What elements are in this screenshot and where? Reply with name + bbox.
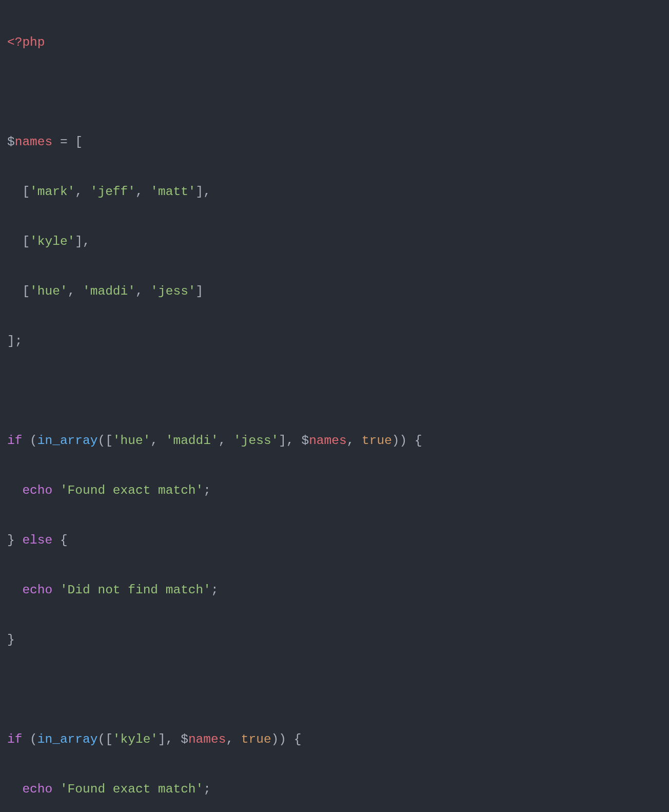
close-paren: ) xyxy=(400,434,407,448)
keyword-echo: echo xyxy=(22,484,52,497)
function-in-array: in_array xyxy=(37,434,98,448)
comma: , xyxy=(68,284,83,298)
string-literal: 'matt' xyxy=(150,185,195,199)
boolean-true: true xyxy=(362,434,392,448)
close-bracket: ] xyxy=(196,185,204,199)
code-line[interactable]: $names = [ xyxy=(7,130,662,155)
keyword-if: if xyxy=(7,732,22,746)
string-literal: 'hue' xyxy=(30,284,68,298)
boolean-true: true xyxy=(241,732,271,746)
indent xyxy=(7,185,22,199)
dollar-sign: $ xyxy=(7,135,15,149)
code-line[interactable] xyxy=(7,678,662,703)
comma: , xyxy=(150,434,165,448)
dollar-sign: $ xyxy=(301,434,309,448)
code-line[interactable]: ['mark', 'jeff', 'matt'], xyxy=(7,180,662,205)
keyword-echo: echo xyxy=(22,583,52,597)
indent xyxy=(7,284,22,298)
close-paren: ) xyxy=(392,434,400,448)
code-line[interactable] xyxy=(7,379,662,404)
space xyxy=(22,434,30,448)
space xyxy=(52,782,60,796)
comma: , xyxy=(135,284,150,298)
code-line[interactable]: ['kyle'], xyxy=(7,229,662,255)
semicolon: ; xyxy=(203,782,211,796)
keyword-else: else xyxy=(15,533,53,547)
dollar-sign: $ xyxy=(181,732,188,746)
open-paren: ( xyxy=(30,732,37,746)
variable-names: names xyxy=(15,135,53,149)
indent xyxy=(7,782,22,796)
string-literal: 'mark' xyxy=(30,185,75,199)
close-bracket: ] xyxy=(75,235,83,248)
code-line[interactable]: echo 'Found exact match'; xyxy=(7,478,662,504)
space xyxy=(52,583,60,597)
indent xyxy=(7,484,22,497)
close-brace: } xyxy=(7,533,15,547)
open-paren: ( xyxy=(30,434,37,448)
comma: , xyxy=(347,434,362,448)
semicolon: ; xyxy=(203,484,211,497)
code-line[interactable]: } xyxy=(7,628,662,653)
string-literal: 'Found exact match' xyxy=(60,782,203,796)
code-line[interactable]: ]; xyxy=(7,329,662,354)
indent xyxy=(7,583,22,597)
close-bracket: ] xyxy=(158,732,166,746)
function-in-array: in_array xyxy=(37,732,98,746)
string-literal: 'Found exact match' xyxy=(60,484,203,497)
space xyxy=(52,484,60,497)
open-bracket: [ xyxy=(75,135,83,149)
open-paren: ( xyxy=(97,732,105,746)
code-editor[interactable]: <?php $names = [ ['mark', 'jeff', 'matt'… xyxy=(7,5,662,812)
semicolon: ; xyxy=(211,583,219,597)
string-literal: 'jeff' xyxy=(90,185,135,199)
string-literal: 'jess' xyxy=(150,284,195,298)
string-literal: 'kyle' xyxy=(113,732,158,746)
variable-names: names xyxy=(188,732,226,746)
string-literal: 'hue' xyxy=(113,434,151,448)
open-bracket: [ xyxy=(22,235,30,248)
assign-operator: = xyxy=(52,135,75,149)
open-bracket: [ xyxy=(22,185,30,199)
open-brace: { xyxy=(286,732,301,746)
code-line[interactable] xyxy=(7,80,662,105)
code-line[interactable]: } else { xyxy=(7,528,662,553)
close-bracket: ] xyxy=(7,334,15,348)
open-bracket: [ xyxy=(22,284,30,298)
close-paren: ) xyxy=(271,732,279,746)
semicolon: ; xyxy=(15,334,23,348)
space xyxy=(22,732,30,746)
string-literal: 'Did not find match' xyxy=(60,583,211,597)
comma: , xyxy=(83,235,90,248)
comma: , xyxy=(203,185,211,199)
comma: , xyxy=(219,434,233,448)
comma: , xyxy=(226,732,241,746)
close-bracket: ] xyxy=(196,284,204,298)
code-line[interactable]: echo 'Found exact match'; xyxy=(7,777,662,802)
open-brace: { xyxy=(407,434,422,448)
close-paren: ) xyxy=(279,732,286,746)
string-literal: 'maddi' xyxy=(166,434,219,448)
comma: , xyxy=(166,732,181,746)
string-literal: 'maddi' xyxy=(83,284,135,298)
open-bracket: [ xyxy=(105,434,113,448)
code-line[interactable]: if (in_array(['hue', 'maddi', 'jess'], $… xyxy=(7,429,662,454)
open-brace: { xyxy=(52,533,67,547)
keyword-if: if xyxy=(7,434,22,448)
code-line[interactable]: ['hue', 'maddi', 'jess'] xyxy=(7,279,662,304)
close-bracket: ] xyxy=(279,434,286,448)
code-line[interactable]: echo 'Did not find match'; xyxy=(7,578,662,603)
code-line[interactable]: if (in_array(['kyle'], $names, true)) { xyxy=(7,727,662,752)
open-paren: ( xyxy=(97,434,105,448)
string-literal: 'kyle' xyxy=(30,235,75,248)
comma: , xyxy=(286,434,301,448)
variable-names: names xyxy=(309,434,347,448)
open-bracket: [ xyxy=(105,732,113,746)
php-open-tag: <?php xyxy=(7,35,45,49)
comma: , xyxy=(75,185,90,199)
comma: , xyxy=(135,185,150,199)
code-line[interactable]: <?php xyxy=(7,30,662,55)
indent xyxy=(7,235,22,248)
keyword-echo: echo xyxy=(22,782,52,796)
close-brace: } xyxy=(7,633,15,647)
